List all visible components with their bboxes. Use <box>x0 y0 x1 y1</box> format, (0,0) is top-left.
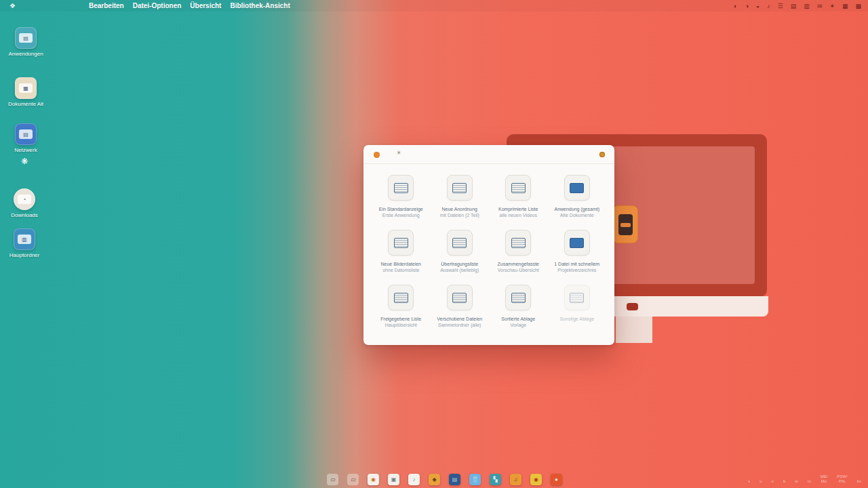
desktop-icon-label: Anwendungen <box>1 51 50 57</box>
menu-item-4[interactable]: Bibliothek-Ansicht <box>229 2 291 9</box>
file-item-6[interactable]: Übertragungsliste Auswahl (beliebig) <box>431 230 490 273</box>
file-item-12[interactable]: Sonstige Ablage <box>548 285 607 328</box>
corner-mark: s <box>748 479 750 484</box>
corner-mark: m <box>808 479 811 484</box>
document-icon <box>447 175 473 201</box>
dock-app-2[interactable]: ▭ <box>347 474 359 485</box>
corner-mark: ME/ Mu <box>821 474 828 484</box>
corner-mark: b <box>783 479 785 484</box>
file-name: Zusammengefasste <box>498 262 539 268</box>
window-glyph-icon: ▤ <box>19 33 33 43</box>
file-subtitle: alle neuen Videos <box>499 213 537 219</box>
file-item-1[interactable]: Ein Standardanzeige Erste Anwendung <box>372 175 431 218</box>
dock-app-12[interactable]: ● <box>551 474 562 485</box>
window-close-button[interactable] <box>374 152 380 158</box>
dock-app-1[interactable]: ▭ <box>327 474 338 485</box>
file-name: Sortierte Ablage <box>501 317 535 323</box>
document-icon <box>505 230 531 256</box>
status-icon-10[interactable]: ▦ <box>842 3 848 9</box>
file-item-10[interactable]: Verschobene Dateien Sammelordner (alle) <box>431 285 490 328</box>
status-icon-7[interactable]: ▥ <box>804 3 810 9</box>
desktop-icon-5[interactable]: ◔ Downloads <box>0 188 49 218</box>
star-icon: ✳ <box>397 150 401 156</box>
menu-item-2[interactable]: Datei-Optionen <box>132 2 183 9</box>
status-icon-6[interactable]: ▤ <box>791 3 797 9</box>
corner-mark: n <box>772 479 774 484</box>
desktop-icon-label: Downloads <box>0 212 49 218</box>
file-subtitle: Alte Dokumente <box>560 213 594 219</box>
status-icon-1[interactable]: ◐ <box>734 3 737 9</box>
menu-item-1[interactable]: Bearbeiten <box>87 2 125 9</box>
desktop-icon-3[interactable]: ▤ Netzwerk <box>1 123 50 153</box>
orange-sticker <box>612 205 638 243</box>
app-icon: ▤ <box>15 27 37 49</box>
document-icon <box>564 285 590 310</box>
file-name: Anwendung (gesamt) <box>554 207 599 213</box>
file-name: Ein Standardanzeige <box>379 207 423 213</box>
document-icon <box>505 175 531 201</box>
dock-app-10[interactable]: ♫ <box>510 474 521 485</box>
status-icon-4[interactable]: ♪ <box>767 3 770 9</box>
menu-bar: ❖ Bearbeiten Datei-Optionen Übersicht Bi… <box>0 0 868 12</box>
status-icon-5[interactable]: ☰ <box>778 3 783 9</box>
app-icon: ▦ <box>15 77 37 99</box>
status-icon-3[interactable]: ◒ <box>756 3 760 9</box>
file-subtitle: Sammelordner (alle) <box>438 323 481 329</box>
dock-app-3[interactable]: ◉ <box>368 474 379 485</box>
dock-app-4[interactable]: ▣ <box>388 474 399 485</box>
dock-glyph: ▒ <box>473 476 477 483</box>
window-glyph-icon: ▥ <box>18 235 31 244</box>
file-name: Neue Anordnung <box>441 207 477 213</box>
file-subtitle: mit Dateien (2 Teil) <box>440 213 479 219</box>
file-item-5[interactable]: Neue Bilderdateien ohne Datumsliste <box>372 230 431 273</box>
dock-app-9[interactable]: ▚ <box>490 474 501 485</box>
status-icon-8[interactable]: ✉ <box>817 3 823 9</box>
desktop-icon-6[interactable]: ▥ Hauptordner <box>0 228 49 258</box>
corner-annotations: s u n b w m ME/ Mu PSW/ PhL lm <box>748 474 861 484</box>
menu-item-3[interactable]: Übersicht <box>189 2 222 9</box>
corner-mark: w <box>795 479 797 484</box>
document-icon <box>505 285 531 310</box>
status-icon-11[interactable]: ▩ <box>855 3 861 9</box>
document-icon <box>447 285 473 310</box>
file-name: Verschobene Dateien <box>437 317 482 323</box>
file-item-7[interactable]: Zusammengefasste Vorschau-Übersicht <box>489 230 548 273</box>
app-icon: ▤ <box>15 123 37 145</box>
status-icon-2[interactable]: ◑ <box>745 3 748 9</box>
flower-glyph-icon: ❋ <box>20 156 30 166</box>
file-name: Neue Bilderdateien <box>380 262 421 268</box>
document-icon <box>564 230 590 256</box>
document-icon <box>388 285 414 310</box>
file-subtitle: Vorlage <box>510 323 526 329</box>
dock-app-8[interactable]: ▒ <box>469 474 481 485</box>
system-logo-icon[interactable]: ❖ <box>9 2 16 9</box>
imac-stand <box>616 317 652 343</box>
file-name: Komprimierte Liste <box>498 207 538 213</box>
dock-app-7[interactable]: ▤ <box>449 474 460 485</box>
imac-logo <box>627 303 638 310</box>
document-icon <box>447 230 473 256</box>
window-titlebar[interactable]: ✳ <box>363 145 614 164</box>
dock-app-11[interactable]: ◉ <box>530 474 542 485</box>
desktop-icon-2[interactable]: ▦ Dokumente Alt <box>1 77 50 107</box>
file-item-8[interactable]: 1 Datei mit schnellem Projektverzeichnis <box>548 230 607 273</box>
file-browser-window: ✳ Ein Standardanzeige Erste Anwendung Ne… <box>363 145 614 345</box>
status-tray: ◐ ◑ ◒ ♪ ☰ ▤ ▥ ✉ ✶ ▦ ▩ <box>734 3 861 9</box>
window-options-button[interactable] <box>599 152 605 157</box>
document-glyph-icon: ▦ <box>19 83 33 93</box>
dock: ▭ ▭ ◉ ▣ ♪ ◆ ▤ ▒ ▚ ♫ ◉ ● <box>327 474 562 485</box>
dock-app-6[interactable]: ◆ <box>429 474 440 485</box>
desktop-icon-4[interactable]: ❋ <box>0 156 49 166</box>
file-item-9[interactable]: Freigegebene Liste Hauptübersicht <box>372 285 431 328</box>
file-item-4[interactable]: Anwendung (gesamt) Alte Dokumente <box>548 175 607 218</box>
corner-mark: PSW/ PhL <box>837 474 847 484</box>
file-subtitle: Hauptübersicht <box>385 323 417 329</box>
dock-glyph: ▣ <box>391 476 397 483</box>
file-item-2[interactable]: Neue Anordnung mit Dateien (2 Teil) <box>431 175 490 218</box>
status-icon-9[interactable]: ✶ <box>829 3 835 9</box>
file-item-11[interactable]: Sortierte Ablage Vorlage <box>489 285 548 328</box>
desktop-icon-1[interactable]: ▤ Anwendungen <box>1 27 50 57</box>
file-item-3[interactable]: Komprimierte Liste alle neuen Videos <box>489 175 548 218</box>
desktop-icon-label: Dokumente Alt <box>1 101 50 107</box>
dock-app-5[interactable]: ♪ <box>408 474 420 485</box>
